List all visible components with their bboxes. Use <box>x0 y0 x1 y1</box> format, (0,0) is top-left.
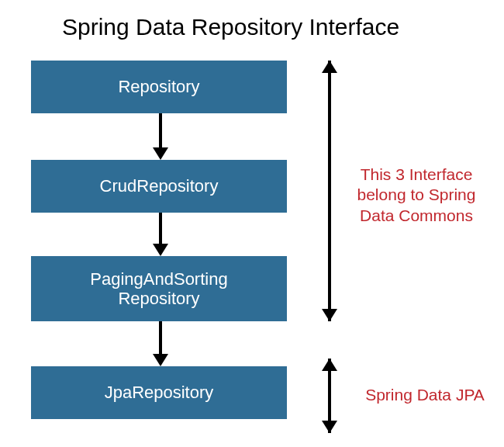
box-label: CrudRepository <box>100 176 219 196</box>
hierarchy-box-repository: Repository <box>31 61 287 113</box>
hierarchy-box-crudrepository: CrudRepository <box>31 160 287 213</box>
diagram-title: Spring Data Repository Interface <box>62 14 399 40</box>
hierarchy-box-pagingandsortingrepository: PagingAndSorting Repository <box>31 256 287 321</box>
arrow-down-icon <box>155 321 166 366</box>
annotation-commons: This 3 Interface belong to Spring Data C… <box>350 165 482 226</box>
box-label: PagingAndSorting Repository <box>90 269 227 309</box>
arrow-down-icon <box>155 213 166 256</box>
annotation-jpa: Spring Data JPA <box>355 385 495 405</box>
hierarchy-box-jparepository: JpaRepository <box>31 366 287 419</box>
box-label: JpaRepository <box>105 383 214 402</box>
arrow-down-icon <box>155 113 166 160</box>
box-label: Repository <box>118 77 199 96</box>
